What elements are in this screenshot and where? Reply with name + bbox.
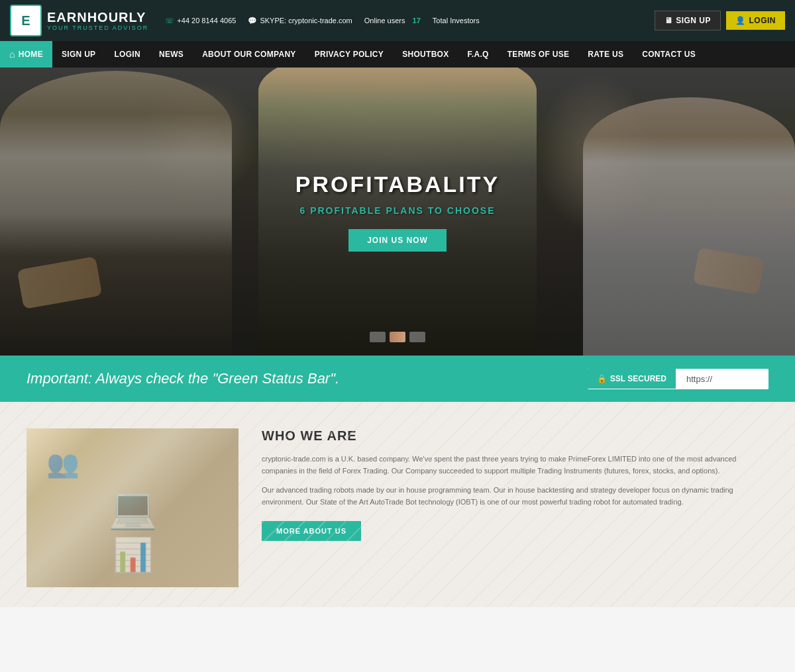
investors-info: Total Investors	[433, 17, 480, 24]
skype-info: 💬 SKYPE: cryptonic-trade.com	[248, 17, 352, 25]
ssl-message: Important: Always check the "Green Statu…	[26, 370, 339, 387]
hero-subtitle: 6 PROFITABLE PLANS TO CHOOSE	[295, 205, 500, 216]
logo-letter: E	[21, 13, 30, 28]
ssl-green-area: 🔒 SSL SECURED	[588, 369, 676, 389]
more-about-button[interactable]: MORE ABOUT US	[262, 521, 361, 541]
hero-title: PROFITABALITY	[295, 171, 500, 197]
ssl-banner: Important: Always check the "Green Statu…	[0, 356, 795, 402]
nav-home-label: HOME	[19, 50, 43, 59]
nav-shoutbox[interactable]: SHOUTBOX	[393, 41, 458, 68]
header-info: ☏ +44 20 8144 4065 💬 SKYPE: cryptonic-tr…	[165, 17, 647, 25]
logo-area[interactable]: E EARNHOURLY YOUR TRUSTED ADVISOR	[10, 5, 148, 36]
nav-home[interactable]: ⌂ HOME	[0, 41, 52, 68]
header-right: 🖥 SIGN UP 👤 LOGIN	[655, 11, 785, 30]
nav-contact[interactable]: CONTACT US	[633, 41, 705, 68]
logo-subtitle: YOUR TRUSTED ADVISOR	[47, 24, 148, 31]
online-label: Online users	[364, 17, 405, 24]
who-image: 📊 👥	[26, 428, 238, 587]
signup-icon: 🖥	[664, 16, 673, 25]
hero-dot-3[interactable]	[409, 332, 425, 342]
nav-privacy[interactable]: PRIVACY POLICY	[305, 41, 393, 68]
phone-icon: ☏	[165, 17, 174, 25]
hero-dot-2[interactable]	[390, 332, 405, 342]
phone-number: +44 20 8144 4065	[177, 17, 236, 24]
logo-shield: E	[10, 5, 42, 36]
who-title: WHO WE ARE	[262, 428, 768, 444]
nav-faq[interactable]: F.A.Q	[458, 41, 498, 68]
join-now-label: JOIN US NOW	[367, 236, 428, 245]
login-label: LOGIN	[749, 16, 776, 25]
join-now-button[interactable]: JOIN US NOW	[348, 229, 447, 252]
more-about-label: MORE ABOUT US	[276, 527, 346, 535]
ssl-badge: 🔒 SSL SECURED https://	[588, 369, 768, 389]
hero-dots	[370, 332, 425, 342]
login-button[interactable]: 👤 LOGIN	[726, 11, 785, 30]
skype-icon: 💬	[248, 17, 257, 25]
nav-rate[interactable]: RATE US	[578, 41, 633, 68]
who-section-wrapper: 📊 👥 WHO WE ARE cryptonic-trade.com is a …	[0, 402, 795, 607]
online-count: 17	[413, 17, 421, 24]
logo-title: EARNHOURLY	[47, 10, 148, 24]
lock-icon: 🔒	[597, 374, 607, 383]
skype-text: SKYPE: cryptonic-trade.com	[260, 17, 352, 24]
who-section: 📊 👥 WHO WE ARE cryptonic-trade.com is a …	[0, 402, 795, 607]
investors-label: Total Investors	[433, 17, 480, 24]
hero-content: PROFITABALITY 6 PROFITABLE PLANS TO CHOO…	[295, 171, 500, 252]
home-icon: ⌂	[9, 49, 15, 60]
who-content: WHO WE ARE cryptonic-trade.com is a U.K.…	[262, 428, 768, 541]
who-paragraph-2: Our advanced trading robots made by our …	[262, 485, 768, 508]
hero-section: PROFITABALITY 6 PROFITABLE PLANS TO CHOO…	[0, 68, 795, 356]
ssl-label: SSL SECURED	[610, 374, 666, 383]
signup-button[interactable]: 🖥 SIGN UP	[655, 11, 721, 30]
nav-login[interactable]: LOGIN	[105, 41, 150, 68]
signup-label: SIGN UP	[676, 16, 711, 25]
nav-signup[interactable]: SIGN UP	[52, 41, 105, 68]
site-header: E EARNHOURLY YOUR TRUSTED ADVISOR ☏ +44 …	[0, 0, 795, 41]
nav-news[interactable]: NEWS	[150, 41, 193, 68]
phone-info: ☏ +44 20 8144 4065	[165, 17, 236, 25]
online-info: Online users 17	[364, 17, 421, 24]
nav-terms[interactable]: TERMS OF USE	[498, 41, 579, 68]
ssl-url: https://	[676, 369, 768, 389]
logo-text: EARNHOURLY YOUR TRUSTED ADVISOR	[47, 10, 148, 31]
login-icon: 👤	[735, 16, 746, 25]
nav-about[interactable]: ABOUT OUR COMPANY	[193, 41, 305, 68]
who-paragraph-1: cryptonic-trade.com is a U.K. based comp…	[262, 454, 768, 477]
main-nav: ⌂ HOME SIGN UP LOGIN NEWS ABOUT OUR COMP…	[0, 41, 795, 68]
hero-dot-1[interactable]	[370, 332, 386, 342]
